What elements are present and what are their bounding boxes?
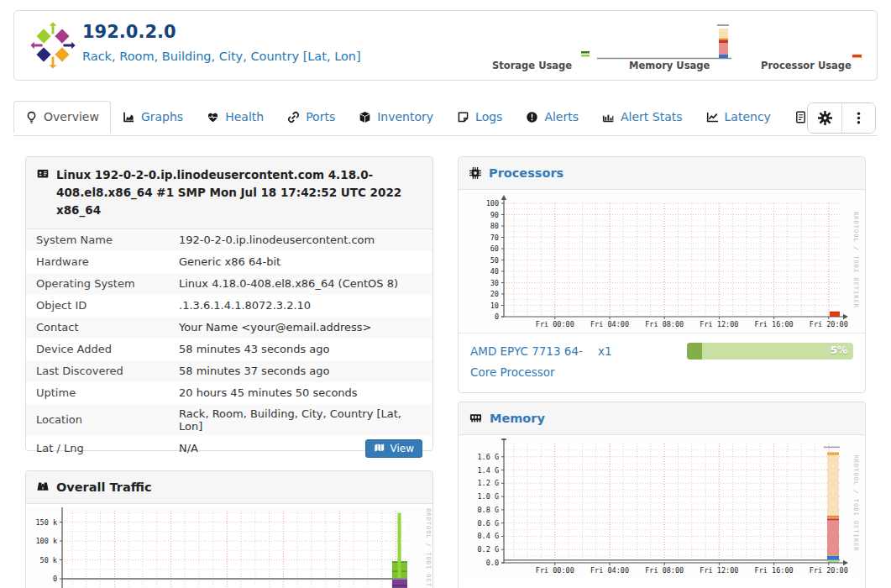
info-value: 192-0-2-0.ip.linodeusercontent.com	[179, 234, 375, 246]
svg-text:1.6 G: 1.6 G	[477, 453, 499, 461]
svg-text:10: 10	[490, 302, 499, 310]
tab-link-latency[interactable]: Latency	[694, 101, 783, 133]
tab-link-overview[interactable]: Overview	[13, 101, 111, 133]
tab-label: Latency	[725, 110, 771, 123]
tab-link-alerts[interactable]: Alerts	[514, 101, 590, 133]
tab-label: Inventory	[377, 110, 433, 123]
svg-text:Fri 20:00: Fri 20:00	[810, 320, 848, 328]
settings-button[interactable]	[808, 103, 841, 133]
svg-text:100 k: 100 k	[35, 537, 57, 545]
tab-link-alert-stats[interactable]: Alert Stats	[590, 101, 694, 133]
system-description: Linux 192-0-2-0.ip.linodeusercontent.com…	[56, 166, 422, 219]
overall-traffic-graph[interactable]: 050 k100 k150 kFri 00:00Fri 04:00Fri 08:…	[27, 507, 432, 588]
tab-health: Health	[195, 101, 275, 133]
tab-inventory: Inventory	[347, 101, 445, 133]
cpu-usage-bar: 5%	[687, 343, 853, 360]
svg-text:50 k: 50 k	[40, 556, 57, 564]
memory-title[interactable]: Memory	[490, 412, 545, 425]
microchip-icon	[469, 166, 482, 180]
info-value: Generic x86 64-bit	[179, 255, 280, 268]
map-icon	[374, 443, 385, 454]
cpu-name-link[interactable]: AMD EPYC 7713 64-Core Processor	[470, 341, 598, 383]
tab-link-health[interactable]: Health	[195, 101, 275, 133]
svg-text:Fri 04:00: Fri 04:00	[590, 566, 629, 575]
memory-usage-mini-graph[interactable]	[595, 23, 733, 61]
mini-graph-label-storage: Storage Usage	[492, 60, 572, 71]
svg-text:20: 20	[490, 290, 499, 298]
lightbulb-icon	[25, 111, 38, 123]
svg-text:Fri 20:00: Fri 20:00	[810, 566, 848, 575]
health-icon	[207, 111, 219, 123]
overall-traffic-header: Overall Traffic	[26, 471, 432, 504]
tab-label: Graphs	[141, 110, 183, 123]
tab-link-ports[interactable]: Ports	[275, 101, 347, 133]
processors-header: Processors	[459, 157, 865, 190]
id-card-icon	[36, 168, 50, 180]
info-value: 58 minutes 37 seconds ago	[179, 365, 330, 377]
ports-icon	[287, 111, 300, 123]
processors-panel: Processors 0102030405060708090100Fri 00:…	[458, 156, 866, 393]
info-value: Your Name <your@email.address>	[179, 321, 371, 333]
tab-logs: Logs	[445, 101, 514, 133]
memory-usage-graph[interactable]: 0.00.2 G0.4 G0.6 G0.8 G1.0 G1.2 G1.4 G1.…	[465, 438, 860, 576]
info-row-device-added: Device Added58 minutes 43 seconds ago	[26, 339, 432, 360]
info-label: Last Discovered	[36, 365, 179, 377]
cpu-usage-percent: 5%	[831, 344, 847, 356]
librenms-device-page: { "header": { "title": "192.0.2.0", "sub…	[0, 0, 891, 588]
latency-icon	[706, 111, 719, 123]
tab-alert-stats: Alert Stats	[590, 101, 694, 133]
binoculars-icon	[36, 480, 50, 493]
storage-usage-mini-graph[interactable]	[580, 50, 592, 60]
system-info-header: Linux 192-0-2-0.ip.linodeusercontent.com…	[26, 157, 432, 229]
info-value: N/A	[179, 442, 198, 454]
tab-link-inventory[interactable]: Inventory	[347, 101, 445, 133]
tab-label: Alert Stats	[621, 110, 683, 123]
svg-text:1.4 G: 1.4 G	[477, 466, 499, 475]
svg-text:30: 30	[490, 279, 499, 287]
device-location-link[interactable]: Rack, Room, Building, City, Country [Lat…	[82, 50, 361, 63]
overall-traffic-panel: Overall Traffic 050 k100 k150 kFri 00:00…	[25, 470, 433, 588]
info-label: Location	[36, 413, 179, 426]
tab-link-logs[interactable]: Logs	[445, 101, 514, 133]
svg-text:50: 50	[490, 256, 499, 265]
svg-text:Fri 16:00: Fri 16:00	[755, 566, 794, 575]
mini-graph-label-processor: Processor Usage	[761, 60, 852, 71]
svg-text:0: 0	[53, 575, 57, 583]
svg-text:80: 80	[490, 222, 499, 230]
svg-text:0.8 G: 0.8 G	[477, 506, 499, 514]
tab-label: Alerts	[544, 110, 579, 123]
info-row-system-name: System Name192-0-2-0.ip.linodeuserconten…	[26, 229, 432, 251]
more-options-button[interactable]	[841, 103, 875, 133]
gear-icon	[818, 111, 832, 125]
svg-text:RRDTOOL / TOBI OETIKER: RRDTOOL / TOBI OETIKER	[425, 508, 432, 588]
mini-graph-label-memory: Memory Usage	[629, 60, 710, 71]
svg-text:Fri 00:00: Fri 00:00	[536, 566, 574, 575]
tab-link-graphs[interactable]: Graphs	[111, 101, 195, 133]
processors-title[interactable]: Processors	[489, 166, 563, 180]
info-row-operating-system: Operating SystemLinux 4.18.0-408.el8.x86…	[26, 273, 432, 295]
inventory-icon	[359, 111, 371, 123]
view-map-label: View	[390, 443, 414, 454]
info-label: Device Added	[36, 343, 179, 355]
processor-usage-graph[interactable]: 0102030405060708090100Fri 00:00Fri 04:00…	[465, 193, 860, 333]
svg-text:40: 40	[490, 267, 499, 276]
info-label: Uptime	[36, 386, 179, 399]
graphs-icon	[123, 111, 135, 123]
info-row-contact: ContactYour Name <your@email.address>	[26, 317, 432, 339]
info-row-uptime: Uptime20 hours 45 minutes 50 seconds	[26, 382, 432, 404]
tab-actions-group	[807, 102, 876, 134]
svg-text:Fri 12:00: Fri 12:00	[700, 320, 738, 328]
info-label: Hardware	[36, 255, 179, 268]
processor-row: AMD EPYC 7713 64-Core Processor x1 5%	[459, 333, 865, 390]
svg-text:0.0: 0.0	[486, 559, 499, 567]
alerts-icon	[526, 111, 538, 123]
tab-overview: Overview	[13, 101, 111, 133]
system-info-panel: Linux 192-0-2-0.ip.linodeusercontent.com…	[25, 156, 433, 451]
info-value: .1.3.6.1.4.1.8072.3.2.10	[179, 299, 311, 312]
logs-icon	[457, 111, 469, 123]
processor-usage-mini-graph[interactable]	[851, 51, 864, 60]
memory-header: Memory	[459, 402, 865, 435]
svg-text:0.2 G: 0.2 G	[477, 545, 499, 554]
tab-label: Logs	[475, 110, 502, 123]
view-map-button[interactable]: View	[365, 439, 422, 458]
